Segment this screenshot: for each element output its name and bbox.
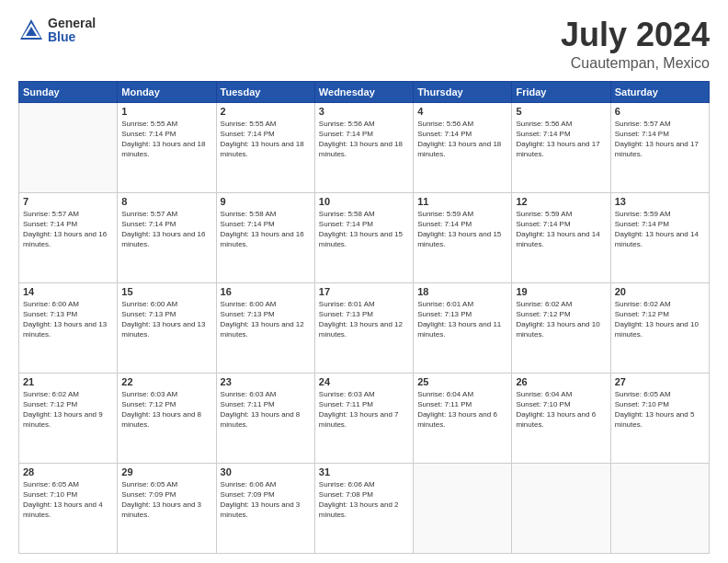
day-number: 10 xyxy=(319,196,409,207)
day-info: Sunrise: 5:57 AM Sunset: 7:14 PM Dayligh… xyxy=(23,209,113,250)
day-number: 8 xyxy=(121,196,211,207)
day-info: Sunrise: 5:58 AM Sunset: 7:14 PM Dayligh… xyxy=(319,209,409,250)
col-friday: Friday xyxy=(512,81,610,102)
table-row: 29Sunrise: 6:05 AM Sunset: 7:09 PM Dayli… xyxy=(118,463,216,553)
table-row: 27Sunrise: 6:05 AM Sunset: 7:10 PM Dayli… xyxy=(610,373,709,463)
day-number: 25 xyxy=(417,376,507,387)
day-info: Sunrise: 6:00 AM Sunset: 7:13 PM Dayligh… xyxy=(221,299,311,340)
col-sunday: Sunday xyxy=(19,81,118,102)
title-block: July 2024 Cuautempan, Mexico xyxy=(561,17,710,72)
table-row: 6Sunrise: 5:57 AM Sunset: 7:14 PM Daylig… xyxy=(610,102,709,192)
day-number: 18 xyxy=(417,286,507,297)
logo: General Blue xyxy=(18,17,96,45)
logo-text: General Blue xyxy=(48,17,96,45)
day-info: Sunrise: 5:58 AM Sunset: 7:14 PM Dayligh… xyxy=(221,209,311,250)
day-info: Sunrise: 5:56 AM Sunset: 7:14 PM Dayligh… xyxy=(417,119,507,160)
table-row: 20Sunrise: 6:02 AM Sunset: 7:12 PM Dayli… xyxy=(610,282,709,373)
col-thursday: Thursday xyxy=(414,81,512,102)
col-monday: Monday xyxy=(118,81,216,102)
day-number: 7 xyxy=(23,196,113,207)
table-row: 17Sunrise: 6:01 AM Sunset: 7:13 PM Dayli… xyxy=(314,282,413,373)
calendar-week-row: 21Sunrise: 6:02 AM Sunset: 7:12 PM Dayli… xyxy=(19,373,710,463)
day-info: Sunrise: 6:05 AM Sunset: 7:09 PM Dayligh… xyxy=(121,479,211,521)
day-number: 17 xyxy=(319,286,409,297)
day-number: 4 xyxy=(417,106,507,117)
day-info: Sunrise: 6:03 AM Sunset: 7:12 PM Dayligh… xyxy=(121,389,211,431)
day-number: 3 xyxy=(319,106,409,117)
day-number: 31 xyxy=(319,466,409,477)
day-info: Sunrise: 6:01 AM Sunset: 7:13 PM Dayligh… xyxy=(417,299,507,340)
table-row: 24Sunrise: 6:03 AM Sunset: 7:11 PM Dayli… xyxy=(314,373,413,463)
day-number: 14 xyxy=(23,286,113,297)
title-location: Cuautempan, Mexico xyxy=(561,55,710,72)
day-info: Sunrise: 5:59 AM Sunset: 7:14 PM Dayligh… xyxy=(417,209,507,250)
day-number: 19 xyxy=(516,286,606,297)
table-row xyxy=(610,463,709,553)
day-info: Sunrise: 6:00 AM Sunset: 7:13 PM Dayligh… xyxy=(23,299,113,340)
day-number: 6 xyxy=(615,106,705,117)
day-number: 24 xyxy=(319,376,409,387)
day-info: Sunrise: 5:57 AM Sunset: 7:14 PM Dayligh… xyxy=(121,209,211,250)
day-info: Sunrise: 6:02 AM Sunset: 7:12 PM Dayligh… xyxy=(23,389,113,431)
table-row: 22Sunrise: 6:03 AM Sunset: 7:12 PM Dayli… xyxy=(118,373,216,463)
logo-blue-text: Blue xyxy=(48,30,96,44)
table-row: 19Sunrise: 6:02 AM Sunset: 7:12 PM Dayli… xyxy=(512,282,610,373)
table-row: 16Sunrise: 6:00 AM Sunset: 7:13 PM Dayli… xyxy=(216,282,314,373)
day-number: 13 xyxy=(615,196,705,207)
table-row: 25Sunrise: 6:04 AM Sunset: 7:11 PM Dayli… xyxy=(414,373,512,463)
header: General Blue July 2024 Cuautempan, Mexic… xyxy=(18,17,710,72)
day-info: Sunrise: 5:59 AM Sunset: 7:14 PM Dayligh… xyxy=(615,209,705,250)
day-info: Sunrise: 6:00 AM Sunset: 7:13 PM Dayligh… xyxy=(121,299,211,340)
calendar-week-row: 1Sunrise: 5:55 AM Sunset: 7:14 PM Daylig… xyxy=(19,102,710,192)
col-saturday: Saturday xyxy=(610,81,709,102)
day-info: Sunrise: 5:57 AM Sunset: 7:14 PM Dayligh… xyxy=(615,119,705,160)
calendar-header-row: Sunday Monday Tuesday Wednesday Thursday… xyxy=(19,81,710,102)
logo-general-text: General xyxy=(48,17,96,30)
day-info: Sunrise: 6:05 AM Sunset: 7:10 PM Dayligh… xyxy=(615,389,705,431)
day-number: 21 xyxy=(23,376,113,387)
table-row: 21Sunrise: 6:02 AM Sunset: 7:12 PM Dayli… xyxy=(19,373,118,463)
day-info: Sunrise: 6:04 AM Sunset: 7:10 PM Dayligh… xyxy=(516,389,606,431)
day-info: Sunrise: 5:55 AM Sunset: 7:14 PM Dayligh… xyxy=(121,119,211,160)
table-row: 10Sunrise: 5:58 AM Sunset: 7:14 PM Dayli… xyxy=(314,192,413,282)
table-row: 4Sunrise: 5:56 AM Sunset: 7:14 PM Daylig… xyxy=(414,102,512,192)
table-row: 3Sunrise: 5:56 AM Sunset: 7:14 PM Daylig… xyxy=(314,102,413,192)
table-row xyxy=(414,463,512,553)
day-number: 23 xyxy=(221,376,311,387)
day-info: Sunrise: 6:04 AM Sunset: 7:11 PM Dayligh… xyxy=(417,389,507,431)
day-number: 20 xyxy=(615,286,705,297)
day-number: 2 xyxy=(221,106,311,117)
day-info: Sunrise: 6:06 AM Sunset: 7:09 PM Dayligh… xyxy=(221,479,311,521)
table-row xyxy=(512,463,610,553)
table-row: 11Sunrise: 5:59 AM Sunset: 7:14 PM Dayli… xyxy=(414,192,512,282)
table-row: 30Sunrise: 6:06 AM Sunset: 7:09 PM Dayli… xyxy=(216,463,314,553)
day-number: 22 xyxy=(121,376,211,387)
table-row: 12Sunrise: 5:59 AM Sunset: 7:14 PM Dayli… xyxy=(512,192,610,282)
table-row: 15Sunrise: 6:00 AM Sunset: 7:13 PM Dayli… xyxy=(118,282,216,373)
table-row: 8Sunrise: 5:57 AM Sunset: 7:14 PM Daylig… xyxy=(118,192,216,282)
title-month: July 2024 xyxy=(561,17,710,53)
table-row: 1Sunrise: 5:55 AM Sunset: 7:14 PM Daylig… xyxy=(118,102,216,192)
day-number: 28 xyxy=(23,466,113,477)
day-info: Sunrise: 6:01 AM Sunset: 7:13 PM Dayligh… xyxy=(319,299,409,340)
day-number: 5 xyxy=(516,106,606,117)
day-info: Sunrise: 5:56 AM Sunset: 7:14 PM Dayligh… xyxy=(319,119,409,160)
day-number: 12 xyxy=(516,196,606,207)
page: General Blue July 2024 Cuautempan, Mexic… xyxy=(0,0,728,563)
day-number: 29 xyxy=(121,466,211,477)
table-row: 2Sunrise: 5:55 AM Sunset: 7:14 PM Daylig… xyxy=(216,102,314,192)
day-number: 11 xyxy=(417,196,507,207)
day-info: Sunrise: 6:02 AM Sunset: 7:12 PM Dayligh… xyxy=(615,299,705,340)
calendar-week-row: 7Sunrise: 5:57 AM Sunset: 7:14 PM Daylig… xyxy=(19,192,710,282)
calendar-week-row: 14Sunrise: 6:00 AM Sunset: 7:13 PM Dayli… xyxy=(19,282,710,373)
day-info: Sunrise: 5:59 AM Sunset: 7:14 PM Dayligh… xyxy=(516,209,606,250)
table-row: 14Sunrise: 6:00 AM Sunset: 7:13 PM Dayli… xyxy=(19,282,118,373)
table-row: 5Sunrise: 5:56 AM Sunset: 7:14 PM Daylig… xyxy=(512,102,610,192)
calendar-table: Sunday Monday Tuesday Wednesday Thursday… xyxy=(18,81,710,554)
day-number: 15 xyxy=(121,286,211,297)
day-info: Sunrise: 5:55 AM Sunset: 7:14 PM Dayligh… xyxy=(221,119,311,160)
table-row: 28Sunrise: 6:05 AM Sunset: 7:10 PM Dayli… xyxy=(19,463,118,553)
day-number: 27 xyxy=(615,376,705,387)
table-row xyxy=(19,102,118,192)
table-row: 31Sunrise: 6:06 AM Sunset: 7:08 PM Dayli… xyxy=(314,463,413,553)
